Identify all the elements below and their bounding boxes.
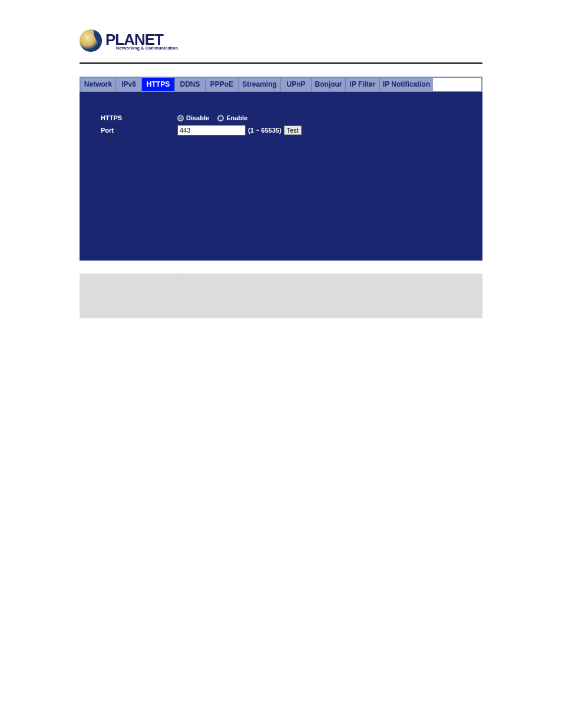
tab-ip-filter[interactable]: IP Filter (346, 78, 380, 91)
tab-ip-notification[interactable]: IP Notification (380, 78, 433, 91)
header-divider (80, 62, 482, 64)
port-input[interactable] (177, 125, 246, 136)
tab-ipv6[interactable]: IPv6 (116, 78, 142, 91)
https-enable-label: Enable (226, 114, 247, 121)
logo-sub-text: Networking & Communication (116, 46, 178, 50)
port-range-label: (1 ~ 65535) (248, 127, 282, 134)
description-left (80, 274, 177, 318)
description-block (80, 274, 482, 318)
tab-network[interactable]: Network (81, 78, 116, 91)
https-disable-label: Disable (186, 114, 209, 121)
tab-bonjour[interactable]: Bonjour (312, 78, 346, 91)
tab-upnp[interactable]: UPnP (281, 78, 312, 91)
tab-bar: Network IPv6 HTTPS DDNS PPPoE Streaming … (80, 77, 482, 92)
https-disable-radio[interactable] (177, 115, 184, 121)
logo: PLANET Networking & Communication (80, 29, 482, 52)
planet-logo-icon (80, 29, 102, 52)
tab-https[interactable]: HTTPS (142, 78, 175, 91)
tab-pppoe[interactable]: PPPoE (206, 78, 239, 91)
content-panel: HTTPS Disable Enable Port (1 ~ 65535) Te… (80, 92, 482, 261)
https-label: HTTPS (101, 114, 177, 121)
tab-ddns[interactable]: DDNS (175, 78, 206, 91)
port-label: Port (101, 127, 177, 134)
logo-main-text: PLANET (105, 32, 178, 47)
test-button[interactable]: Test (284, 126, 302, 135)
tab-streaming[interactable]: Streaming (239, 78, 281, 91)
https-enable-radio[interactable] (217, 115, 224, 121)
description-right (177, 274, 482, 318)
